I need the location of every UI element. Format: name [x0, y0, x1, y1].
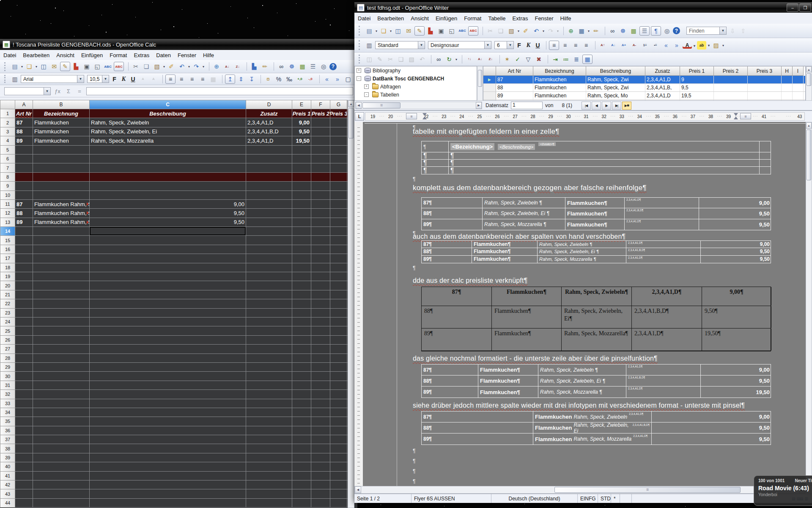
cell-e[interactable]: 9,50 [292, 127, 311, 136]
cell-d[interactable] [246, 182, 292, 190]
cut-icon[interactable]: ✂ [386, 55, 395, 64]
cell-b[interactable] [33, 163, 90, 172]
cell-a[interactable] [15, 408, 33, 417]
new-record-button[interactable]: ▶✱ [622, 102, 631, 110]
scroll-left-icon[interactable]: ◀ [356, 102, 362, 109]
scroll-up-icon[interactable]: ▲ [806, 66, 812, 72]
database-field-chip[interactable]: <Zusatz>¶ [538, 142, 556, 146]
row-header[interactable]: 18 [0, 263, 15, 272]
increase-indent-icon[interactable]: » [333, 75, 342, 83]
cell-g[interactable] [330, 290, 347, 299]
cell-b[interactable]: Flammkuchen [33, 136, 90, 145]
cell-e[interactable] [292, 318, 311, 326]
cell-d[interactable] [246, 363, 292, 372]
currency-format-icon[interactable]: ¤ [263, 75, 273, 83]
status-selection-mode[interactable]: STD [598, 494, 611, 503]
cell-d[interactable] [246, 435, 292, 444]
autospellcheck-icon[interactable]: ABC [468, 26, 478, 36]
email-icon[interactable]: ✉ [404, 27, 413, 35]
cell-f[interactable] [311, 290, 330, 299]
cell-g[interactable] [330, 245, 347, 254]
font-color-icon[interactable]: A [138, 75, 148, 83]
chevron-down-icon[interactable]: ▼ [44, 88, 50, 95]
calc-menu-item[interactable]: Hilfe [200, 51, 217, 60]
sort-descending-icon[interactable]: Z↓ [233, 62, 242, 71]
cell-d[interactable] [246, 426, 292, 435]
row-header[interactable]: 22 [0, 299, 15, 308]
cell-g[interactable] [330, 136, 347, 145]
row-header[interactable]: 29 [0, 363, 15, 372]
datasource-record-row[interactable]: 88 Flammkuchen Rahm, Speck, Zwi 2,3,4,A1… [483, 84, 805, 92]
cell-e[interactable] [292, 462, 311, 471]
save-icon[interactable]: ◫ [393, 27, 403, 35]
chevron-down-icon[interactable]: ▼ [102, 75, 109, 83]
spellcheck-icon[interactable]: ABC [103, 62, 112, 71]
cell-d[interactable] [246, 345, 292, 353]
sort-icon[interactable]: ↑↓ [465, 55, 474, 64]
chevron-down-icon[interactable]: ▼ [507, 41, 513, 49]
tree-expander-icon[interactable]: + [357, 68, 361, 73]
datasource-record-row[interactable]: 89 Flammkuchen Rahm, Speck, Mo 2,3,4,A1,… [483, 92, 805, 100]
cell-f[interactable] [311, 218, 330, 227]
cell-c[interactable] [90, 345, 246, 353]
cell-a[interactable] [15, 272, 33, 281]
cell-b[interactable] [33, 499, 90, 508]
status-page-style[interactable]: Flyer 6S AUSSEN [411, 494, 491, 503]
paste-icon[interactable]: ▧ [407, 55, 416, 64]
cell-f[interactable] [311, 272, 330, 281]
cell-b[interactable] [33, 472, 90, 480]
cell-c[interactable] [90, 489, 246, 498]
cell-b[interactable] [33, 453, 90, 462]
row-header[interactable]: 7 [0, 163, 15, 172]
tree-expander-icon[interactable]: - [357, 76, 361, 81]
cell-c[interactable] [90, 499, 246, 508]
cell-b[interactable] [33, 444, 90, 453]
cell-e[interactable] [292, 363, 311, 372]
row-header[interactable]: 6 [0, 155, 15, 163]
cell-c[interactable] [90, 163, 246, 172]
refresh-icon[interactable]: ↻ [444, 55, 454, 64]
cell-a[interactable] [15, 372, 33, 381]
align-center-icon[interactable]: ≡ [177, 75, 186, 83]
page-preview-icon[interactable]: ◱ [93, 62, 102, 71]
cell-a[interactable] [15, 336, 33, 345]
separator[interactable] [544, 41, 546, 50]
grid-column-header[interactable]: Bezeichnung [533, 66, 586, 76]
underline-icon[interactable]: U [534, 41, 542, 50]
separator[interactable] [498, 55, 500, 64]
row-header[interactable]: 20 [0, 281, 15, 290]
row-header[interactable]: 13 [0, 218, 15, 227]
calc-menu-item[interactable]: Extras [130, 51, 153, 60]
uppercase-icon[interactable]: A↑ [598, 41, 607, 50]
align-middle-icon[interactable]: ⇕ [236, 75, 246, 83]
hyperlink-icon[interactable]: ⊕ [566, 27, 576, 35]
row-header[interactable]: 10 [0, 191, 15, 200]
separator[interactable] [220, 75, 222, 83]
chevron-down-icon[interactable]: ▼ [418, 41, 425, 49]
copy-icon[interactable]: ❏ [496, 27, 505, 35]
cell-c[interactable] [90, 318, 246, 326]
writer-menu-item[interactable]: Tabelle [485, 14, 509, 23]
calc-menu-item[interactable]: Datei [0, 51, 19, 60]
zoom-icon[interactable]: ◎ [319, 62, 328, 71]
writer-menu-item[interactable]: Datei [354, 14, 374, 23]
calc-titlebar[interactable]: ▦ ! Toscana Preisliste GENGENBACH.ods - … [0, 39, 357, 50]
cell-c[interactable] [90, 417, 246, 426]
cell-f[interactable] [311, 453, 330, 462]
bold-icon[interactable]: F [110, 75, 118, 83]
cell-a[interactable]: Art Nr [15, 109, 33, 118]
scrollbar-thumb[interactable] [478, 70, 482, 87]
cell-d[interactable] [246, 499, 292, 508]
cell-a[interactable] [15, 182, 33, 190]
cell-f[interactable] [311, 136, 330, 145]
writer-titlebar[interactable]: ▤ test fdhsg.odt - OpenOffice Writer –❐ [354, 2, 812, 13]
cell-d[interactable] [246, 173, 292, 182]
cell-e[interactable] [292, 336, 311, 345]
cell-g[interactable] [330, 209, 347, 218]
cell-e[interactable] [292, 489, 311, 498]
cell-g[interactable] [330, 354, 347, 363]
status-insert-mode[interactable]: EINFG [578, 494, 598, 503]
edit-data-icon[interactable]: ✎ [375, 55, 384, 64]
font-name-combo[interactable]: Designosaur▼ [428, 41, 491, 49]
row-header[interactable]: 5 [0, 146, 15, 155]
